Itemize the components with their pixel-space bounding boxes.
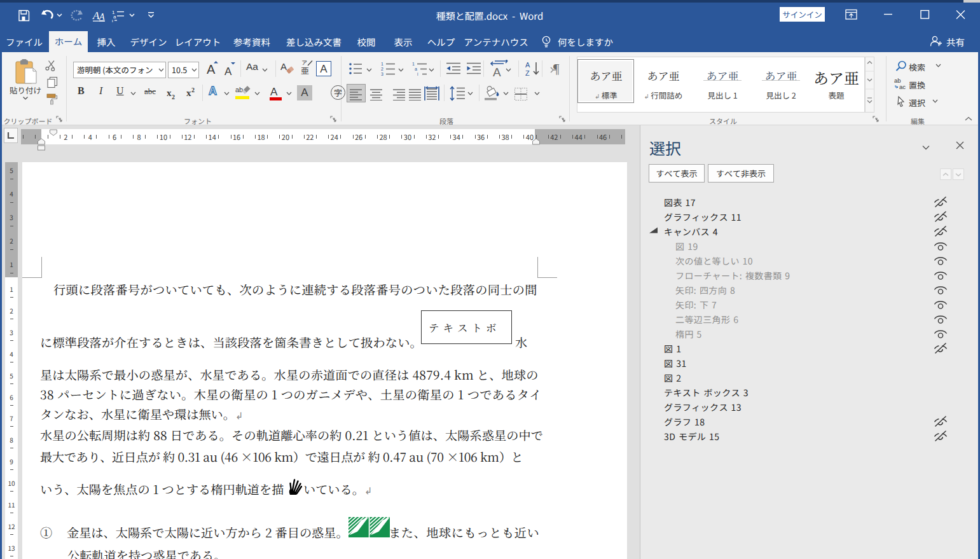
svg-text:Z: Z [525, 69, 530, 77]
svg-text:i: i [112, 18, 113, 22]
svg-text:A: A [270, 86, 278, 98]
svg-text:A: A [224, 66, 232, 78]
svg-text:2: 2 [172, 93, 175, 100]
svg-text:3: 3 [381, 72, 383, 76]
svg-text:亜: 亜 [301, 64, 309, 76]
svg-text:¶: ¶ [553, 61, 560, 76]
svg-text:A: A [280, 61, 287, 72]
svg-text:2: 2 [191, 86, 195, 93]
svg-text:i: i [417, 72, 418, 76]
svg-text:a: a [415, 67, 417, 71]
svg-text:a: a [113, 14, 116, 20]
svg-text:2: 2 [381, 67, 383, 71]
svg-text:1: 1 [381, 62, 383, 66]
svg-text:ac: ac [899, 83, 906, 90]
svg-text:A: A [99, 12, 105, 22]
svg-text:A: A [525, 61, 530, 69]
svg-text:1: 1 [412, 62, 415, 66]
svg-text:x: x [167, 88, 172, 98]
svg-text:x: x [186, 88, 191, 98]
svg-text:ab: ab [235, 86, 243, 93]
svg-text:A: A [207, 62, 216, 76]
svg-text:A: A [493, 66, 501, 78]
